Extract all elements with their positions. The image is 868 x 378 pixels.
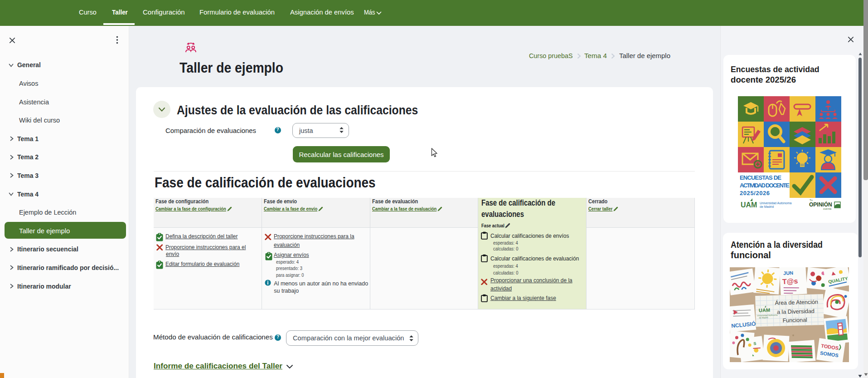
svg-text:Área de Atención: Área de Atención: [775, 298, 818, 306]
svg-text:OPINIÓN: OPINIÓN: [809, 201, 832, 208]
svg-text:T@s: T@s: [782, 277, 798, 285]
svg-text:ENCUESTAS DE: ENCUESTAS DE: [740, 174, 781, 181]
svg-text:UAM: UAM: [741, 201, 757, 209]
svg-text:ACTIVIDAD DOCENTE: ACTIVIDAD DOCENTE: [740, 182, 790, 189]
svg-text:Universidad Autónoma: Universidad Autónoma: [760, 201, 792, 205]
svg-text:UAM: UAM: [759, 307, 770, 313]
svg-text:cuenta: cuenta: [823, 207, 832, 210]
svg-text:2025/2026: 2025/2026: [740, 190, 770, 196]
svg-text:Funcional: Funcional: [782, 317, 807, 324]
svg-text:de Madrid: de Madrid: [760, 205, 774, 208]
svg-text:JUN: JUN: [783, 270, 794, 276]
svg-text:de Madrid: de Madrid: [759, 316, 768, 319]
svg-text:a la Diversidad: a la Diversidad: [777, 308, 815, 315]
